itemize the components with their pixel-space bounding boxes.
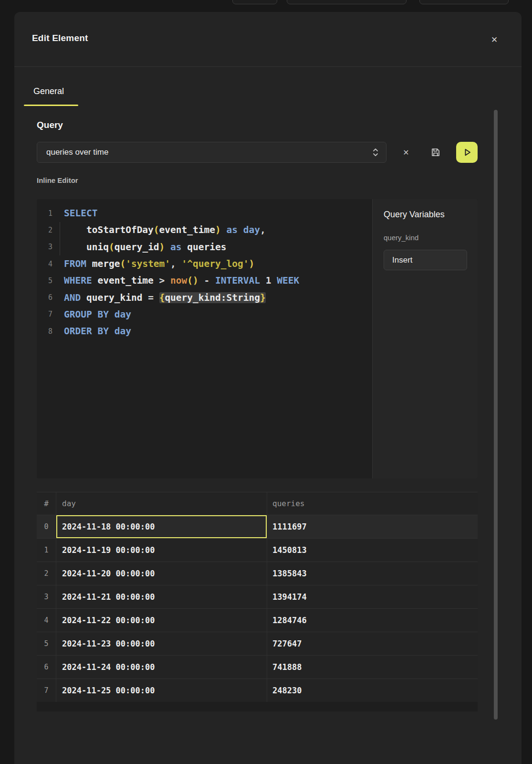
column-header-day: day [56, 492, 267, 515]
modal-scrollbar-thumb[interactable] [494, 110, 498, 720]
column-header-queries: queries [267, 492, 478, 515]
active-tab-indicator [24, 105, 78, 106]
row-index: 1 [37, 539, 56, 562]
code-line[interactable]: 2 toStartOfDay(event_time) as day, [37, 222, 372, 238]
cell-day[interactable]: 2024-11-22 00:00:00 [56, 609, 267, 632]
code-line[interactable]: 1SELECT [37, 205, 372, 222]
row-index: 4 [37, 609, 56, 632]
query-select[interactable]: queries over time [37, 142, 386, 163]
code-lines[interactable]: 1SELECT2 toStartOfDay(event_time) as day… [37, 199, 372, 478]
background-toolbar-control[interactable] [419, 0, 509, 4]
background-toolbar-input[interactable] [287, 0, 407, 4]
tab-general[interactable]: General [33, 86, 64, 96]
cell-queries[interactable]: 1111697 [267, 515, 478, 539]
page: { "modal": { "title": "Edit Element" }, … [0, 0, 532, 764]
results-table: # day queries 02024-11-18 00:00:00111169… [37, 492, 478, 702]
row-index: 5 [37, 632, 56, 656]
cell-day[interactable]: 2024-11-20 00:00:00 [56, 562, 267, 585]
cell-day[interactable]: 2024-11-18 00:00:00 [56, 515, 267, 539]
row-index: 2 [37, 562, 56, 585]
cell-queries[interactable]: 1385843 [267, 562, 478, 585]
cell-day[interactable]: 2024-11-25 00:00:00 [56, 679, 267, 702]
line-number: 8 [37, 327, 52, 336]
chevron-updown-icon [372, 147, 379, 158]
variable-name-label: query_kind [384, 233, 418, 242]
row-index: 7 [37, 679, 56, 702]
close-button[interactable]: ✕ [487, 32, 502, 47]
cell-day[interactable]: 2024-11-24 00:00:00 [56, 656, 267, 679]
line-number: 2 [37, 226, 52, 234]
code-line[interactable]: 8ORDER BY day [37, 323, 372, 340]
modal-title: Edit Element [32, 33, 88, 43]
line-number: 7 [37, 310, 52, 318]
save-query-button[interactable] [428, 144, 444, 160]
cell-day[interactable]: 2024-11-21 00:00:00 [56, 585, 267, 609]
clear-icon: ✕ [403, 148, 409, 157]
cell-queries[interactable]: 741888 [267, 656, 478, 679]
query-section-heading: Query [37, 120, 63, 130]
code-line[interactable]: 4FROM merge('system', '^query_log') [37, 255, 372, 272]
inline-editor-label: Inline Editor [37, 176, 78, 184]
cell-queries[interactable]: 248230 [267, 679, 478, 702]
query-variables-heading: Query Variables [384, 210, 445, 220]
cell-queries[interactable]: 1450813 [267, 539, 478, 562]
query-variable-chip: {query_kind:String} [159, 292, 266, 303]
close-icon: ✕ [491, 35, 498, 45]
line-number: 1 [37, 209, 52, 218]
row-index: 6 [37, 656, 56, 679]
play-icon [462, 148, 472, 157]
insert-variable-button[interactable]: Insert [384, 250, 467, 270]
code-line[interactable]: 5WHERE event_time > now() - INTERVAL 1 W… [37, 272, 372, 289]
cell-queries[interactable]: 1394174 [267, 585, 478, 609]
background-toolbar-button[interactable] [232, 0, 277, 4]
cell-day[interactable]: 2024-11-23 00:00:00 [56, 632, 267, 656]
query-select-value: queries over time [46, 148, 372, 157]
line-number: 6 [37, 293, 52, 302]
code-line[interactable]: 3 uniq(query_id) as queries [37, 239, 372, 255]
line-number: 3 [37, 243, 52, 251]
cell-day[interactable]: 2024-11-19 00:00:00 [56, 539, 267, 562]
save-icon [430, 147, 441, 158]
cell-queries[interactable]: 1284746 [267, 609, 478, 632]
cell-queries[interactable]: 727647 [267, 632, 478, 656]
row-index: 3 [37, 585, 56, 609]
table-footer-gutter [37, 702, 478, 711]
edit-element-modal: Edit Element ✕ General Query queries ove… [14, 12, 522, 764]
sql-editor[interactable]: 1SELECT2 toStartOfDay(event_time) as day… [37, 199, 478, 478]
column-header-index: # [37, 492, 56, 515]
clear-query-button[interactable]: ✕ [399, 145, 413, 159]
query-variables-panel: Query Variables query_kind Insert [372, 199, 478, 478]
indent-guide [60, 222, 60, 255]
line-number: 5 [37, 276, 52, 285]
code-line[interactable]: 7GROUP BY day [37, 306, 372, 323]
line-number: 4 [37, 260, 52, 268]
run-query-button[interactable] [456, 142, 478, 163]
row-index: 0 [37, 515, 56, 539]
header-divider [14, 66, 522, 67]
code-line[interactable]: 6AND query_kind = {query_kind:String} [37, 289, 372, 306]
